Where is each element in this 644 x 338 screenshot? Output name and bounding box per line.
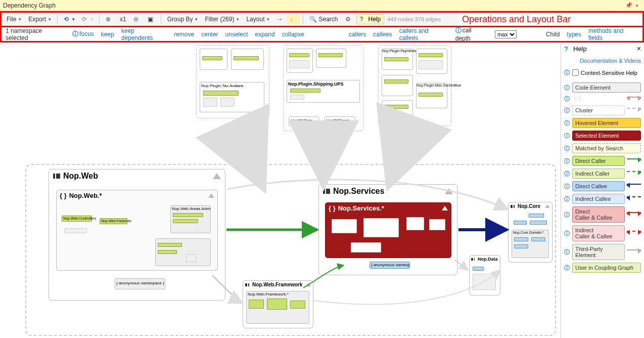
info-icon: ⓘ (564, 107, 570, 114)
zoom-level[interactable]: x1 (117, 15, 129, 24)
info-icon: ⓘ (72, 30, 78, 37)
settings-button[interactable]: ⚙ (342, 15, 355, 24)
operations-bar-wrap: File Export ⟲▾ ⟳▾ ⊕ x1 ⊖ ▣ Group By Filt… (0, 11, 644, 27)
info-icon: ⓘ (564, 170, 570, 178)
nav-center[interactable]: center (201, 31, 218, 38)
layout-down-button[interactable]: ↓ (287, 15, 300, 24)
cluster-nop-data[interactable]: Nop.Data (469, 255, 500, 295)
legend-box: Indirect Callee (572, 194, 625, 204)
collapse-icon[interactable] (213, 173, 221, 179)
collapse-icon[interactable] (208, 193, 214, 198)
cluster-nop-services-sub[interactable]: { }Nop.Services.* (325, 202, 451, 258)
help-icon: ? (564, 45, 571, 52)
nav-collapse[interactable]: collapse (282, 31, 304, 38)
info-icon: ⓘ (564, 69, 570, 76)
info-icon: ⓘ (564, 183, 570, 190)
graph-canvas[interactable]: Nop.Plugin.Tax.Avalara Nop.Plugin.Shippi… (0, 43, 558, 338)
tiny-cluster[interactable] (155, 238, 211, 266)
legend-arrow (627, 158, 641, 163)
nav-remove[interactable]: remove (174, 31, 194, 38)
legend-item: ⓘUser in Coupling Graph (564, 263, 641, 273)
gear-icon: ⚙ (345, 16, 352, 23)
legend: ⓘCode Elementⓘ⋮⋮ⓘClusterⓘHovered Element… (564, 82, 641, 273)
cluster-nop-web[interactable]: Nop.Web { }Nop.Web.* Nop.Web.Controllers… (49, 169, 225, 301)
cluster-title: Nop.Services (333, 187, 384, 196)
legend-box: User in Coupling Graph (572, 263, 641, 273)
cluster-label: Nop.Plugin.Tax.Avalara (200, 82, 264, 89)
legend-arrow (627, 97, 641, 102)
collapse-icon[interactable] (445, 188, 453, 194)
back-icon: ⟲ (64, 16, 71, 23)
cluster-nop-web-sub[interactable]: { }Nop.Web.* Nop.Web.Controllers Nop.Web… (56, 190, 218, 271)
export-menu[interactable]: Export (25, 15, 54, 24)
nav-keep[interactable]: keep (101, 31, 114, 38)
legend-item: ⓘSelected Element (564, 131, 641, 141)
info-icon: ⓘ (564, 84, 570, 92)
anon-namespace[interactable]: { anonymous namespace } (115, 278, 165, 289)
filter-menu[interactable]: Filter (269) (202, 15, 242, 24)
cluster-nop-core[interactable]: Nop.Core Nop.Core.Domain.* (508, 202, 553, 263)
legend-item: ⓘCode Element (564, 82, 641, 93)
layout-menu[interactable]: Layout (243, 15, 272, 24)
chip[interactable]: Nop.Web.Controllers (62, 216, 92, 222)
legend-item: ⓘ⋮⋮ (564, 95, 641, 103)
csh-checkbox[interactable] (572, 69, 579, 76)
child-label: Child (546, 31, 560, 38)
navigation-bar: 1 namespace selected ⓘfocus keep keep de… (2, 27, 642, 41)
nav-callers[interactable]: callers (349, 31, 366, 38)
fit-button[interactable]: ▣ (145, 15, 158, 24)
help-close-button[interactable]: × (637, 45, 641, 53)
plugin-cluster-1[interactable]: Nop.Plugin.Tax.Avalara (196, 45, 269, 118)
nav-expand[interactable]: expand (255, 31, 274, 38)
down-icon: ↓ (290, 16, 297, 23)
help-header: ? Help × (564, 45, 641, 53)
search-icon: 🔍 (309, 16, 317, 23)
chip[interactable]: Nop.Web.Factories (100, 218, 127, 224)
context-help-toggle[interactable]: ⓘ Context-Sensitive Help (564, 69, 641, 76)
cluster-title: Nop.Web (63, 172, 98, 181)
doc-link[interactable]: Documentation & Videos (564, 58, 641, 64)
info-icon: ⓘ (564, 211, 570, 219)
zoom-out-button[interactable]: ⊖ (130, 15, 144, 24)
help-icon: ? (360, 16, 367, 23)
cluster-nop-services[interactable]: Nop.Services { }Nop.Services.* { anonymo… (318, 184, 457, 275)
plugin-cluster-3[interactable]: Nop.Plugin.Payments.Square Nop.Plugin.Mi… (378, 45, 451, 126)
legend-arrow (627, 196, 641, 201)
zoom-in-icon: ⊕ (106, 16, 113, 23)
collapse-icon[interactable] (442, 206, 448, 210)
nav-types[interactable]: types (567, 31, 581, 38)
nav-keep-dependents[interactable]: keep dependents (121, 27, 167, 41)
anon-namespace[interactable]: { anonymous namespace } (370, 262, 410, 269)
legend-arrow (627, 231, 641, 236)
chip[interactable] (64, 228, 87, 233)
nav-methods-fields[interactable]: methods and fields (588, 27, 638, 41)
layout-next-button[interactable]: → (273, 15, 286, 24)
file-menu[interactable]: File (4, 15, 24, 24)
forward-button[interactable]: ⟳▾ (79, 15, 96, 24)
plugin-cluster-ups[interactable]: Nop.Plugin.Shipping.UPS { } UPSRate { } … (283, 45, 364, 131)
info-icon: ⓘ (564, 95, 570, 103)
legend-box: Code Element (572, 82, 641, 93)
call-depth-select[interactable]: max (495, 30, 517, 38)
nav-focus[interactable]: focus (79, 30, 94, 37)
legend-arrow (627, 108, 641, 113)
close-button[interactable]: × (633, 3, 641, 9)
legend-item: ⓘDirect Caller & Callee (564, 206, 641, 223)
nav-callers-callees[interactable]: callers and callees (399, 27, 448, 41)
info-icon: ⓘ (564, 132, 570, 140)
legend-arrow (627, 171, 641, 176)
groupby-menu[interactable]: Group By (164, 15, 201, 24)
zoom-in-button[interactable]: ⊕ (103, 15, 116, 24)
search-button[interactable]: 🔍Search (306, 15, 341, 24)
cluster-nop-web-framework[interactable]: Nop.Web.Framework Nop.Web.Framework.* (243, 280, 313, 328)
back-button[interactable]: ⟲▾ (61, 15, 78, 24)
nav-callees[interactable]: callees (373, 31, 392, 38)
forward-icon: ⟳ (82, 16, 89, 23)
nav-unselect[interactable]: unselect (225, 31, 248, 38)
legend-arrow (627, 212, 641, 217)
legend-box: Direct Caller & Callee (572, 206, 625, 223)
pin-button[interactable]: 📌 (625, 2, 633, 9)
tiny-cluster[interactable]: Nop.Web.Areas.Admin.* (170, 205, 211, 233)
legend-item: ⓘMatched by Search (564, 143, 641, 153)
help-button[interactable]: ?Help (356, 14, 385, 24)
